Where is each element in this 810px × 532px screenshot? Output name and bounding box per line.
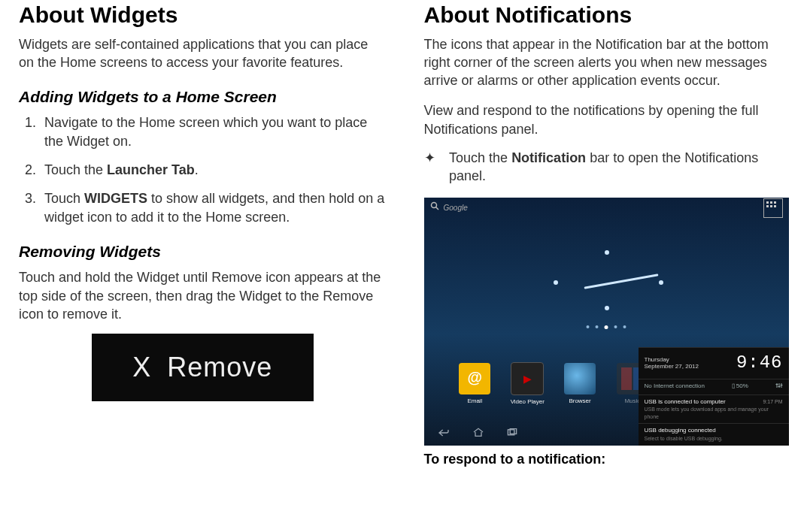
notif-item-sub: Select to disable USB debugging. [645, 435, 783, 442]
left-column: About Widgets Widgets are self-contained… [0, 0, 405, 532]
step-3: Touch WIDGETS to show all widgets, and t… [40, 189, 387, 226]
star-icon: ✦ [424, 149, 439, 167]
svg-rect-4 [776, 383, 777, 388]
notif-date: Thursday September 27, 2012 [645, 357, 699, 370]
remove-x-icon: X [132, 349, 150, 386]
notif-item-sub: USB mode lets you download apps and mana… [645, 406, 783, 420]
notif-net-status: No Internet connection [645, 382, 705, 391]
right-column: About Notifications The icons that appea… [405, 0, 811, 532]
remove-label: Remove [167, 349, 272, 386]
removing-widgets-body: Touch and hold the Widget until Remove i… [19, 268, 387, 323]
browser-icon [564, 363, 596, 394]
svg-line-1 [435, 207, 438, 210]
app-video-player: Video Player [506, 362, 548, 407]
app-email-label: Email [467, 397, 482, 406]
home-page-indicator [587, 325, 626, 329]
subheading-adding-widgets: Adding Widgets to a Home Screen [19, 86, 387, 107]
svg-rect-9 [780, 385, 782, 385]
notif-fulldate: September 27, 2012 [645, 364, 699, 370]
notif-item-usb-debugging: USB debugging connected Select to disabl… [639, 423, 789, 445]
notif-battery: ▯ 50% [732, 382, 748, 391]
analog-clock-widget [538, 250, 674, 310]
notifications-intro: The icons that appear in the Notificatio… [424, 35, 792, 90]
settings-icon [775, 382, 783, 392]
battery-icon: ▯ [732, 382, 735, 389]
adding-widgets-steps: Navigate to the Home screen which you wa… [19, 113, 387, 225]
home-icon [468, 426, 489, 442]
notif-panel-header: Thursday September 27, 2012 9:46 [639, 348, 789, 378]
step-2: Touch the Launcher Tab. [40, 161, 387, 179]
back-icon [433, 426, 454, 442]
widgets-intro: Widgets are self-contained applications … [19, 35, 387, 72]
notifications-panel: Thursday September 27, 2012 9:46 No Inte… [639, 347, 789, 445]
notif-item-title: USB is connected to computer [645, 398, 783, 407]
subheading-removing-widgets: Removing Widgets [19, 241, 387, 262]
notif-time: 9:46 [736, 351, 783, 375]
google-label: Google [444, 203, 468, 213]
instr-bold: Notification [511, 150, 586, 165]
respond-to-notification-heading: To respond to a notification: [424, 450, 792, 468]
step-1: Navigate to the Home screen which you wa… [40, 113, 387, 150]
step-2-pre: Touch the [44, 162, 107, 177]
tablet-screenshot: Google Email Video Player [424, 198, 789, 446]
step-3-pre: Touch [44, 191, 84, 206]
svg-rect-8 [778, 386, 780, 387]
heading-about-widgets: About Widgets [19, 0, 387, 31]
email-icon [459, 363, 490, 394]
svg-rect-7 [775, 384, 778, 385]
notif-status-row: No Internet connection ▯ 50% [639, 379, 789, 394]
app-email: Email [454, 363, 496, 406]
search-icon [430, 201, 439, 213]
notif-item-time: 9:17 PM [763, 398, 782, 405]
notif-item-title: USB debugging connected [645, 427, 783, 435]
app-browser: Browser [559, 363, 601, 406]
remove-screenshot: X Remove [92, 334, 314, 401]
step-2-post: . [195, 162, 199, 177]
notification-instruction-text: Touch the Notification bar to open the N… [449, 149, 791, 186]
app-video-label: Video Player [511, 398, 545, 407]
notifications-para2: View and respond to the notifications by… [424, 101, 792, 138]
recent-icon [502, 426, 522, 442]
svg-point-0 [431, 203, 436, 208]
notification-instruction: ✦ Touch the Notification bar to open the… [424, 149, 792, 186]
heading-about-notifications: About Notifications [424, 0, 792, 31]
nav-bar [424, 423, 522, 446]
youtube-icon [511, 362, 544, 395]
screenshot-statusbar: Google [424, 198, 789, 219]
instr-pre: Touch the [449, 150, 511, 165]
notif-item-usb-connected: 9:17 PM USB is connected to computer USB… [639, 394, 789, 424]
step-1-text: Navigate to the Home screen which you wa… [44, 115, 367, 148]
apps-grid-icon [763, 198, 783, 218]
step-3-keyword: WIDGETS [84, 191, 147, 206]
battery-percent: 50% [736, 382, 748, 389]
app-browser-label: Browser [569, 397, 590, 406]
step-2-keyword: Launcher Tab [107, 162, 195, 177]
svg-rect-5 [778, 383, 779, 388]
